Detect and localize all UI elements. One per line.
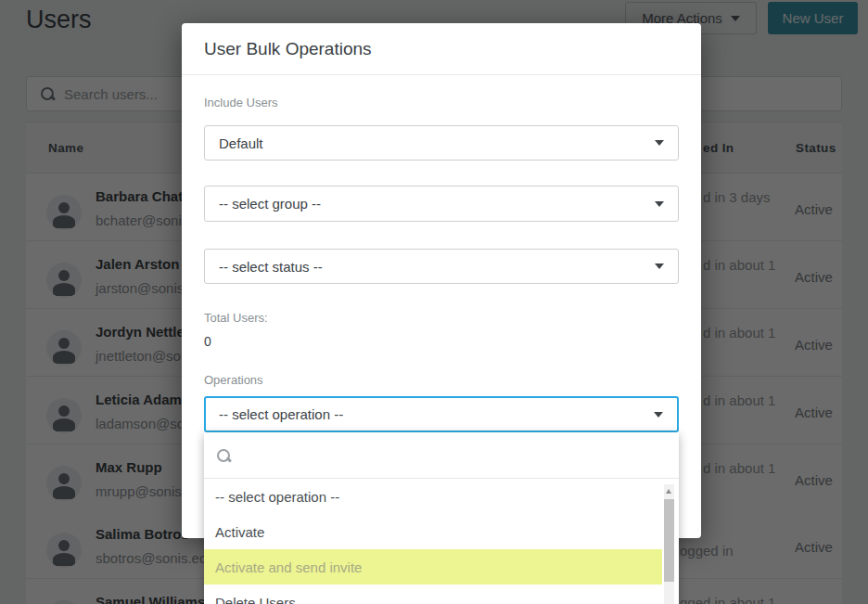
dropdown-search-input[interactable]: [204, 432, 679, 479]
total-users-value: 0: [204, 334, 211, 349]
option-activate[interactable]: Activate: [204, 514, 662, 549]
status-select[interactable]: -- select status --: [204, 249, 679, 284]
chevron-down-icon: [654, 412, 663, 418]
operation-options-list: -- select operation -- Activate Activate…: [204, 479, 662, 604]
modal-divider: [182, 74, 701, 75]
operation-select-value: -- select operation --: [219, 406, 343, 422]
operations-label: Operations: [204, 373, 263, 387]
total-users-label: Total Users:: [204, 311, 268, 325]
scroll-up-arrow-icon[interactable]: [666, 489, 671, 494]
group-select-value: -- select group --: [219, 196, 321, 212]
operation-select[interactable]: -- select operation --: [204, 396, 679, 432]
chevron-down-icon: [655, 140, 664, 146]
group-select[interactable]: -- select group --: [204, 186, 679, 222]
search-icon: [216, 448, 231, 463]
operation-dropdown-panel: -- select operation -- Activate Activate…: [204, 432, 679, 604]
modal-title: User Bulk Operations: [204, 39, 372, 59]
chevron-down-icon: [655, 263, 664, 269]
option-delete-users[interactable]: Delete Users: [204, 585, 662, 604]
include-users-label: Include Users: [204, 96, 277, 109]
option-activate-and-send-invite[interactable]: Activate and send invite: [204, 549, 662, 585]
status-select-value: -- select status --: [219, 259, 323, 275]
scrollbar-thumb[interactable]: [664, 499, 674, 582]
chevron-down-icon: [655, 201, 664, 207]
include-users-select[interactable]: Default: [204, 125, 679, 161]
include-users-value: Default: [219, 135, 263, 151]
dropdown-scrollbar[interactable]: [664, 484, 674, 604]
option-select-operation[interactable]: -- select operation --: [204, 479, 662, 514]
